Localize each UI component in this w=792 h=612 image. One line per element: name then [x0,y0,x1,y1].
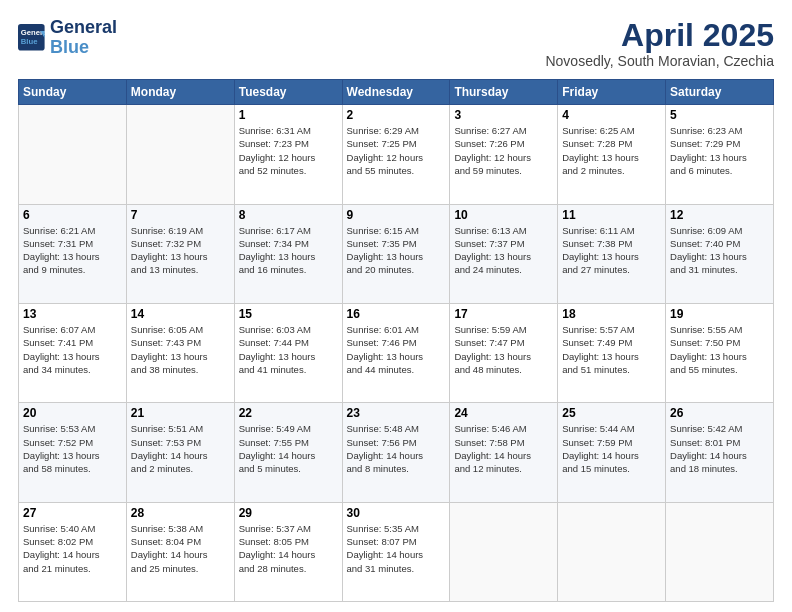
day-info: Sunrise: 6:11 AM Sunset: 7:38 PM Dayligh… [562,224,661,277]
calendar-cell [450,502,558,601]
day-info: Sunrise: 6:03 AM Sunset: 7:44 PM Dayligh… [239,323,338,376]
day-info: Sunrise: 6:21 AM Sunset: 7:31 PM Dayligh… [23,224,122,277]
calendar-cell: 25Sunrise: 5:44 AM Sunset: 7:59 PM Dayli… [558,403,666,502]
day-info: Sunrise: 6:17 AM Sunset: 7:34 PM Dayligh… [239,224,338,277]
logo-line2: Blue [50,37,89,57]
day-number: 8 [239,208,338,222]
calendar-cell: 1Sunrise: 6:31 AM Sunset: 7:23 PM Daylig… [234,105,342,204]
day-number: 14 [131,307,230,321]
day-number: 18 [562,307,661,321]
calendar-cell: 12Sunrise: 6:09 AM Sunset: 7:40 PM Dayli… [666,204,774,303]
day-info: Sunrise: 6:13 AM Sunset: 7:37 PM Dayligh… [454,224,553,277]
day-info: Sunrise: 6:23 AM Sunset: 7:29 PM Dayligh… [670,124,769,177]
calendar-cell [558,502,666,601]
calendar-cell: 15Sunrise: 6:03 AM Sunset: 7:44 PM Dayli… [234,303,342,402]
calendar-cell: 8Sunrise: 6:17 AM Sunset: 7:34 PM Daylig… [234,204,342,303]
weekday-header-tuesday: Tuesday [234,80,342,105]
day-number: 19 [670,307,769,321]
location-title: Novosedly, South Moravian, Czechia [545,53,774,69]
calendar-cell: 29Sunrise: 5:37 AM Sunset: 8:05 PM Dayli… [234,502,342,601]
calendar-cell: 7Sunrise: 6:19 AM Sunset: 7:32 PM Daylig… [126,204,234,303]
day-info: Sunrise: 6:27 AM Sunset: 7:26 PM Dayligh… [454,124,553,177]
day-number: 6 [23,208,122,222]
day-number: 12 [670,208,769,222]
day-info: Sunrise: 5:51 AM Sunset: 7:53 PM Dayligh… [131,422,230,475]
calendar-cell: 3Sunrise: 6:27 AM Sunset: 7:26 PM Daylig… [450,105,558,204]
day-info: Sunrise: 6:07 AM Sunset: 7:41 PM Dayligh… [23,323,122,376]
day-info: Sunrise: 5:59 AM Sunset: 7:47 PM Dayligh… [454,323,553,376]
calendar-cell: 17Sunrise: 5:59 AM Sunset: 7:47 PM Dayli… [450,303,558,402]
day-number: 4 [562,108,661,122]
day-number: 21 [131,406,230,420]
day-number: 24 [454,406,553,420]
day-info: Sunrise: 6:31 AM Sunset: 7:23 PM Dayligh… [239,124,338,177]
day-number: 1 [239,108,338,122]
calendar-cell: 5Sunrise: 6:23 AM Sunset: 7:29 PM Daylig… [666,105,774,204]
calendar-cell: 21Sunrise: 5:51 AM Sunset: 7:53 PM Dayli… [126,403,234,502]
day-number: 10 [454,208,553,222]
calendar-cell: 11Sunrise: 6:11 AM Sunset: 7:38 PM Dayli… [558,204,666,303]
calendar-cell: 13Sunrise: 6:07 AM Sunset: 7:41 PM Dayli… [19,303,127,402]
day-number: 5 [670,108,769,122]
calendar-cell: 4Sunrise: 6:25 AM Sunset: 7:28 PM Daylig… [558,105,666,204]
day-number: 17 [454,307,553,321]
calendar-week-row: 1Sunrise: 6:31 AM Sunset: 7:23 PM Daylig… [19,105,774,204]
day-info: Sunrise: 6:09 AM Sunset: 7:40 PM Dayligh… [670,224,769,277]
calendar-cell: 19Sunrise: 5:55 AM Sunset: 7:50 PM Dayli… [666,303,774,402]
calendar-cell: 6Sunrise: 6:21 AM Sunset: 7:31 PM Daylig… [19,204,127,303]
day-number: 26 [670,406,769,420]
calendar-week-row: 13Sunrise: 6:07 AM Sunset: 7:41 PM Dayli… [19,303,774,402]
month-title: April 2025 [545,18,774,53]
calendar-cell: 26Sunrise: 5:42 AM Sunset: 8:01 PM Dayli… [666,403,774,502]
calendar-cell: 28Sunrise: 5:38 AM Sunset: 8:04 PM Dayli… [126,502,234,601]
day-info: Sunrise: 5:53 AM Sunset: 7:52 PM Dayligh… [23,422,122,475]
day-number: 2 [347,108,446,122]
day-info: Sunrise: 5:40 AM Sunset: 8:02 PM Dayligh… [23,522,122,575]
calendar-header-row: SundayMondayTuesdayWednesdayThursdayFrid… [19,80,774,105]
day-info: Sunrise: 6:19 AM Sunset: 7:32 PM Dayligh… [131,224,230,277]
logo-icon: General Blue [18,24,46,52]
day-info: Sunrise: 5:42 AM Sunset: 8:01 PM Dayligh… [670,422,769,475]
day-number: 20 [23,406,122,420]
day-number: 9 [347,208,446,222]
day-number: 30 [347,506,446,520]
calendar-cell: 27Sunrise: 5:40 AM Sunset: 8:02 PM Dayli… [19,502,127,601]
day-number: 13 [23,307,122,321]
day-info: Sunrise: 5:37 AM Sunset: 8:05 PM Dayligh… [239,522,338,575]
day-info: Sunrise: 5:55 AM Sunset: 7:50 PM Dayligh… [670,323,769,376]
calendar-table: SundayMondayTuesdayWednesdayThursdayFrid… [18,79,774,602]
logo-line1: General [50,17,117,37]
day-number: 11 [562,208,661,222]
logo: General Blue General Blue [18,18,117,58]
day-info: Sunrise: 6:05 AM Sunset: 7:43 PM Dayligh… [131,323,230,376]
calendar-cell: 30Sunrise: 5:35 AM Sunset: 8:07 PM Dayli… [342,502,450,601]
day-number: 28 [131,506,230,520]
day-number: 25 [562,406,661,420]
calendar-cell: 10Sunrise: 6:13 AM Sunset: 7:37 PM Dayli… [450,204,558,303]
calendar-cell: 2Sunrise: 6:29 AM Sunset: 7:25 PM Daylig… [342,105,450,204]
title-block: April 2025 Novosedly, South Moravian, Cz… [545,18,774,69]
header: General Blue General Blue April 2025 Nov… [18,18,774,69]
calendar-cell: 16Sunrise: 6:01 AM Sunset: 7:46 PM Dayli… [342,303,450,402]
day-info: Sunrise: 5:46 AM Sunset: 7:58 PM Dayligh… [454,422,553,475]
logo-text: General Blue [50,18,117,58]
day-number: 22 [239,406,338,420]
calendar-cell: 20Sunrise: 5:53 AM Sunset: 7:52 PM Dayli… [19,403,127,502]
weekday-header-wednesday: Wednesday [342,80,450,105]
calendar-cell: 18Sunrise: 5:57 AM Sunset: 7:49 PM Dayli… [558,303,666,402]
weekday-header-saturday: Saturday [666,80,774,105]
weekday-header-friday: Friday [558,80,666,105]
day-info: Sunrise: 5:38 AM Sunset: 8:04 PM Dayligh… [131,522,230,575]
weekday-header-sunday: Sunday [19,80,127,105]
calendar-cell: 24Sunrise: 5:46 AM Sunset: 7:58 PM Dayli… [450,403,558,502]
calendar-cell [126,105,234,204]
day-info: Sunrise: 5:49 AM Sunset: 7:55 PM Dayligh… [239,422,338,475]
calendar-cell [666,502,774,601]
svg-text:Blue: Blue [21,37,38,46]
day-info: Sunrise: 6:01 AM Sunset: 7:46 PM Dayligh… [347,323,446,376]
weekday-header-monday: Monday [126,80,234,105]
day-info: Sunrise: 5:48 AM Sunset: 7:56 PM Dayligh… [347,422,446,475]
calendar-cell [19,105,127,204]
calendar-cell: 22Sunrise: 5:49 AM Sunset: 7:55 PM Dayli… [234,403,342,502]
day-number: 27 [23,506,122,520]
